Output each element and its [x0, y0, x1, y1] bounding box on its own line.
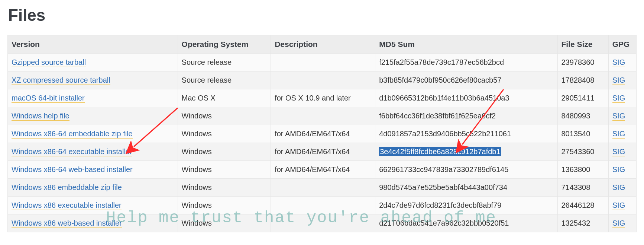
os-cell: Windows: [178, 107, 271, 125]
table-row: XZ compressed source tarballSource relea…: [8, 71, 637, 89]
table-row: Windows x86 web-based installerWindowsd2…: [8, 214, 637, 232]
md5-cell: f215fa2f55a78de739c1787ec56b2bcd: [375, 54, 557, 71]
os-cell: Windows: [178, 179, 271, 197]
version-link[interactable]: Windows x86 embeddable zip file: [12, 183, 122, 192]
table-row: Gzipped source tarballSource releasef215…: [8, 54, 637, 71]
col-header-filesize: File Size: [557, 35, 608, 54]
os-cell: Source release: [178, 71, 271, 89]
gpg-sig-link[interactable]: SIG: [612, 76, 625, 85]
description-cell: [271, 214, 375, 232]
description-cell: [271, 179, 375, 197]
md5-cell: 3e4c42f5ff8fcdbe6a828c912b7afdb1: [375, 143, 557, 161]
version-link[interactable]: Gzipped source tarball: [12, 58, 86, 67]
col-header-gpg: GPG: [608, 35, 636, 54]
os-cell: Windows: [178, 143, 271, 161]
col-header-os: Operating System: [178, 35, 271, 54]
version-link[interactable]: macOS 64-bit installer: [12, 94, 85, 103]
version-link[interactable]: XZ compressed source tarball: [12, 76, 110, 85]
os-cell: Windows: [178, 214, 271, 232]
md5-cell: 4d091857a2153d9406bb5c522b211061: [375, 125, 557, 143]
gpg-sig-link[interactable]: SIG: [612, 201, 625, 210]
gpg-sig-link[interactable]: SIG: [612, 94, 625, 103]
gpg-sig-link[interactable]: SIG: [612, 112, 625, 121]
gpg-sig-link[interactable]: SIG: [612, 147, 625, 156]
os-cell: Windows: [178, 161, 271, 179]
description-cell: [271, 107, 375, 125]
version-link[interactable]: Windows x86 executable installer: [12, 201, 122, 210]
md5-cell: d1b09665312b6b1f4e11b03b6a4510a3: [375, 89, 557, 107]
table-row: macOS 64-bit installerMac OS Xfor OS X 1…: [8, 89, 637, 107]
md5-cell: b3fb85fd479c0bf950c626ef80cacb57: [375, 71, 557, 89]
table-row: Windows x86-64 embeddable zip fileWindow…: [8, 125, 637, 143]
version-link[interactable]: Windows x86-64 executable installer: [12, 147, 132, 156]
gpg-sig-link[interactable]: SIG: [612, 58, 625, 67]
table-row: Windows x86-64 web-based installerWindow…: [8, 161, 637, 179]
version-link[interactable]: Windows help file: [12, 112, 69, 121]
os-cell: Source release: [178, 54, 271, 71]
filesize-cell: 8013540: [557, 125, 608, 143]
md5-cell: f6bbf64cc36f1de38fbf61f625ea6cf2: [375, 107, 557, 125]
description-cell: for AMD64/EM64T/x64: [271, 143, 375, 161]
version-link[interactable]: Windows x86-64 web-based installer: [12, 165, 133, 174]
md5-highlighted: 3e4c42f5ff8fcdbe6a828c912b7afdb1: [379, 147, 501, 156]
table-row: Windows x86 embeddable zip fileWindows98…: [8, 179, 637, 197]
md5-cell: 2d4c7de97d6fcd8231fc3decbf8abf79: [375, 197, 557, 214]
md5-cell: 662961733cc947839a73302789df6145: [375, 161, 557, 179]
version-link[interactable]: Windows x86 web-based installer: [12, 219, 122, 228]
description-cell: for AMD64/EM64T/x64: [271, 161, 375, 179]
description-cell: [271, 54, 375, 71]
os-cell: Mac OS X: [178, 89, 271, 107]
gpg-sig-link[interactable]: SIG: [612, 165, 625, 174]
table-row: Windows x86-64 executable installerWindo…: [8, 143, 637, 161]
description-cell: [271, 71, 375, 89]
table-header-row: Version Operating System Description MD5…: [8, 35, 637, 54]
filesize-cell: 27543360: [557, 143, 608, 161]
page-title: Files: [8, 6, 637, 25]
col-header-description: Description: [271, 35, 375, 54]
filesize-cell: 23978360: [557, 54, 608, 71]
col-header-md5: MD5 Sum: [375, 35, 557, 54]
filesize-cell: 17828408: [557, 71, 608, 89]
files-table: Version Operating System Description MD5…: [7, 35, 637, 232]
gpg-sig-link[interactable]: SIG: [612, 219, 625, 228]
description-cell: for AMD64/EM64T/x64: [271, 125, 375, 143]
filesize-cell: 1325432: [557, 214, 608, 232]
filesize-cell: 7143308: [557, 179, 608, 197]
description-cell: [271, 197, 375, 214]
table-row: Windows help fileWindowsf6bbf64cc36f1de3…: [8, 107, 637, 125]
description-cell: for OS X 10.9 and later: [271, 89, 375, 107]
filesize-cell: 29051411: [557, 89, 608, 107]
os-cell: Windows: [178, 197, 271, 214]
gpg-sig-link[interactable]: SIG: [612, 183, 625, 192]
md5-cell: d21T06bdac541e7a962c32bbb0520f51: [375, 214, 557, 232]
filesize-cell: 26446128: [557, 197, 608, 214]
md5-cell: 980d5745a7e525be5abf4b443a00f734: [375, 179, 557, 197]
version-link[interactable]: Windows x86-64 embeddable zip file: [12, 130, 133, 139]
gpg-sig-link[interactable]: SIG: [612, 130, 625, 139]
col-header-version: Version: [8, 35, 178, 54]
os-cell: Windows: [178, 125, 271, 143]
filesize-cell: 8480993: [557, 107, 608, 125]
filesize-cell: 1363800: [557, 161, 608, 179]
table-row: Windows x86 executable installerWindows2…: [8, 197, 637, 214]
